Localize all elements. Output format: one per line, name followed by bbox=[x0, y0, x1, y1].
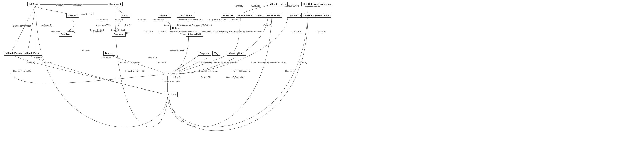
edge-label-ownedby-25: OwnedBy bbox=[148, 56, 158, 59]
edge-label-ismemberofgroup: IsMemberOfGroup bbox=[200, 70, 218, 72]
edge-label-ownedby-39: OwnedBy bbox=[298, 61, 307, 64]
node-dataset[interactable]: Dataset bbox=[170, 26, 182, 30]
edge-label-ownedby-13: OwnedBy bbox=[252, 30, 262, 33]
edge-label-ownedby-5: OwnedBy bbox=[143, 30, 153, 33]
edge-label-ownedby-19: OwnedBy bbox=[80, 49, 90, 52]
node-chart[interactable]: Chart bbox=[120, 13, 130, 18]
edge-label-ownedby-23: OwnedBy bbox=[125, 70, 134, 72]
edge-label-ownedby-38: OwnedBy bbox=[285, 70, 294, 72]
edge-label-consumes-1: Consumes bbox=[98, 18, 108, 21]
edge-label-asserts-2: Asserts bbox=[163, 24, 171, 26]
edge-label-ownedby-26: OwnedBy bbox=[156, 61, 166, 64]
edge-label-trainedby: TrainedBy bbox=[73, 4, 83, 6]
edge-label-ownedby-4: OwnedBy bbox=[93, 30, 103, 33]
node-dataprocess[interactable]: DataProcess bbox=[265, 13, 282, 18]
edge-label-foreignkeytodataset-1: ForeignKeyToDataset bbox=[206, 18, 227, 21]
node-schemafield[interactable]: SchemaField bbox=[186, 32, 203, 37]
node-corpuser[interactable]: CorpUser bbox=[164, 92, 178, 97]
node-mifeaturetable[interactable]: MIFeatureTable bbox=[268, 2, 288, 6]
edge-label-ownedby-12: OwnedBy bbox=[244, 30, 254, 33]
edge-label-ownedby-17: OwnedBy bbox=[13, 70, 22, 72]
node-domain[interactable]: Domain bbox=[103, 51, 115, 56]
edge-label-ownedby-35: OwnedBy bbox=[260, 61, 269, 64]
edge-label-ownedby-40: OwnedBy bbox=[316, 30, 326, 33]
edge-label-ispartof-2: IsPartOf bbox=[123, 24, 132, 26]
edges-svg bbox=[0, 0, 644, 159]
edge-label-ownedby-37: OwnedBy bbox=[276, 61, 286, 64]
edge-label-ownedby-27: OwnedBy bbox=[194, 61, 204, 64]
node-mimodelgroup[interactable]: MIModelGroup bbox=[23, 51, 42, 56]
edge-label-usedby: UsedBy bbox=[56, 4, 64, 6]
edge-label-ownedby-14: OwnedBy bbox=[263, 24, 272, 26]
graph-canvas: MIModel Dashboard MIFeatureTable DataHub… bbox=[0, 0, 644, 159]
edge-label-reportsto: ReportsTo bbox=[201, 76, 211, 79]
edge-label-ispartof-cg2: IsPartOf bbox=[173, 76, 182, 79]
edge-label-ownedby-15: OwnedBy bbox=[42, 61, 52, 64]
node-dashboard[interactable]: Dashboard bbox=[108, 2, 123, 6]
edge-label-produces: Produces bbox=[136, 18, 146, 21]
edge-label-ownedby-30: OwnedBy bbox=[220, 61, 229, 64]
edge-label-ownedby-24: OwnedBy bbox=[135, 70, 145, 72]
edge-label-ispartof-4: IsPartOf bbox=[158, 30, 166, 33]
node-tag[interactable]: Tag bbox=[212, 51, 220, 56]
edge-label-associatedwith-3: AssociatedWith bbox=[111, 29, 126, 31]
edge-label-ownedby-31: OwnedBy bbox=[228, 61, 238, 64]
edge-label-ownedby-domain: OwnedBy bbox=[34, 56, 44, 59]
edge-label-consumes-3: Consumes bbox=[230, 18, 240, 21]
edge-label-keyedby: KeyedBy bbox=[234, 5, 243, 7]
edge-label-ownedby-43: OwnedBy bbox=[291, 30, 301, 33]
node-miprimarykey[interactable]: MIPrimaryKey bbox=[177, 13, 195, 18]
edge-label-ownedby-18: OwnedBy bbox=[22, 70, 31, 72]
node-glossarynode[interactable]: GlossaryNode bbox=[227, 51, 246, 56]
node-datajob[interactable]: DataJob bbox=[66, 13, 79, 18]
edge-label-derivedfrom-2: DerivedFrom bbox=[190, 18, 203, 21]
edge-label-ownedby-42: OwnedBy bbox=[234, 76, 244, 79]
edge-label-ownedby-34: OwnedBy bbox=[251, 61, 261, 64]
edge-label-ownedby-22: OwnedBy bbox=[131, 61, 140, 64]
edge-label-ispartof-1: IsPartOf bbox=[115, 18, 123, 21]
edge-label-ownedby-36: OwnedBy bbox=[268, 61, 278, 64]
edge-label-associatedwith-5: AssociatedWith bbox=[170, 49, 185, 52]
edge-label-consumes-2: Consumes bbox=[152, 18, 162, 21]
edge-label-derivedfrom-1: DerivedFrom bbox=[178, 18, 190, 21]
edge-label-downstreamof: DownstreamOf bbox=[80, 13, 94, 15]
node-mifeature[interactable]: MIFeature bbox=[221, 13, 235, 18]
node-assertion[interactable]: Assertion bbox=[158, 13, 171, 18]
edge-label-ownedby-41: OwnedBy bbox=[226, 76, 236, 79]
edge-label-ownedby-28: OwnedBy bbox=[203, 61, 212, 64]
edge-label-foreignkeyto-2: ForeignKeyTo bbox=[217, 30, 230, 33]
edge-label-ownedby-32: OwnedBy bbox=[232, 70, 242, 72]
node-ishasa[interactable]: IsHasA bbox=[254, 13, 265, 18]
edge-label-ownedby-11: OwnedBy bbox=[236, 30, 245, 33]
node-container[interactable]: Container bbox=[112, 32, 126, 37]
edge-label-ownedby-20: OwnedBy bbox=[102, 56, 111, 59]
edge-label-ispartofownedby: IsPartOfOwnedBy bbox=[163, 80, 180, 83]
node-datahubbingestionsource[interactable]: DataHubIngestionSource bbox=[302, 13, 331, 18]
node-datahubexecutionrequest[interactable]: DataHubExecutionRequest bbox=[302, 2, 333, 6]
edge-label-ownedby-33: OwnedBy bbox=[241, 70, 250, 72]
edge-label-deployedto: DeployedTo bbox=[12, 25, 23, 27]
node-corpgroup[interactable]: CorpGroup bbox=[164, 71, 179, 76]
svg-line-3 bbox=[28, 5, 36, 54]
node-corpuser-small[interactable]: Corpuser bbox=[198, 51, 211, 56]
node-dataflow[interactable]: DataFlow bbox=[58, 32, 72, 37]
svg-line-4 bbox=[10, 5, 36, 54]
edge-label-associatedwith-1: AssociatedWith bbox=[96, 24, 111, 26]
edge-label-ownedby-1: OwnedBy bbox=[43, 24, 53, 26]
edge-label-ownedby-16: OwnedBy bbox=[26, 61, 35, 64]
node-glossaryterm[interactable]: GlossaryTerm bbox=[236, 13, 254, 18]
node-mimodel[interactable]: MIModel bbox=[28, 2, 40, 6]
edge-label-contains-2: Contains bbox=[251, 5, 260, 7]
edge-label-ownedby-29: OwnedBy bbox=[211, 61, 221, 64]
edge-label-foreignkeytodataset-2: ForeignKeyToDataset bbox=[192, 24, 212, 26]
edge-label-ownedby-21: OwnedBy bbox=[118, 61, 128, 64]
edge-label-ownedby-7: OwnedBy bbox=[202, 30, 212, 33]
